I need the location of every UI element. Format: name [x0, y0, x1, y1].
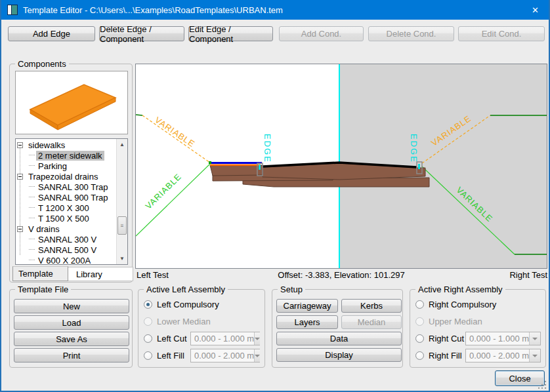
scroll-down-icon[interactable]: ▼	[117, 253, 127, 264]
offset-elevation-readout: Offset: -3.383, Elevation: 101.297	[135, 270, 547, 280]
tree-item-2-meter-sidewalk[interactable]: 2 meter sidewalk	[16, 150, 116, 161]
new-button[interactable]: New	[14, 299, 129, 313]
canvas-status-row: Left Test Offset: -3.383, Elevation: 101…	[135, 270, 547, 281]
right-test-label: Right Test	[509, 270, 547, 280]
dropdown-arrow-icon[interactable]	[529, 349, 540, 362]
load-button[interactable]: Load	[14, 315, 129, 330]
setup-title: Setup	[278, 284, 305, 294]
template-file-title: Template File	[15, 284, 71, 294]
tree-group-v-drains[interactable]: V drains	[16, 224, 116, 234]
sidewalk-surface-blue	[210, 162, 262, 164]
layers-button[interactable]: Layers	[276, 315, 338, 329]
active-right-assembly-title: Active Right Assembly	[415, 284, 505, 294]
resize-grip-icon[interactable]	[538, 381, 547, 389]
print-button[interactable]: Print	[14, 348, 129, 363]
right-edge-label: EDGE	[409, 134, 419, 163]
left-fill-range-select[interactable]: 0.000 - 2.000 m	[190, 349, 260, 363]
cross-section-canvas[interactable]: VARIABLE VARIABLE VARIABLE VARIABLE EDGE…	[135, 64, 547, 269]
window-title: Template Editor - C:\Users\...\Examples\…	[23, 5, 283, 15]
add-cond-button: Add Cond.	[279, 26, 364, 41]
delete-cond-button: Delete Cond.	[368, 26, 454, 41]
delete-edge-component-button[interactable]: Delete Edge / Component	[99, 26, 184, 41]
edit-cond-button: Edit Cond.	[458, 26, 545, 41]
active-left-assembly-panel: Active Left Assembly Left Compulsory Low…	[138, 289, 265, 368]
tree-scrollbar[interactable]: ▲ ≡ ▼	[116, 139, 127, 264]
active-right-assembly-panel: Active Right Assembly Right Compulsory U…	[410, 289, 546, 368]
setup-panel: Setup Carriageway Kerbs Layers Median Da…	[272, 289, 403, 368]
carriageway-button[interactable]: Carriageway	[276, 299, 338, 313]
dropdown-arrow-icon[interactable]	[529, 332, 540, 345]
cross-section-drawing: VARIABLE VARIABLE VARIABLE VARIABLE EDGE…	[136, 64, 547, 268]
tree-item-sanral-500-v[interactable]: SANRAL 500 V	[16, 245, 116, 255]
dropdown-arrow-icon[interactable]	[254, 349, 260, 362]
active-left-assembly-title: Active Left Assembly	[144, 284, 228, 294]
sidewalk-body	[210, 165, 263, 176]
sidewalk-slab-image	[16, 71, 127, 134]
left-cut-slope-line	[142, 115, 210, 163]
close-icon[interactable]: ✕	[520, 0, 550, 20]
radio-disabled-icon	[144, 317, 152, 326]
median-button: Median	[341, 315, 402, 329]
tree-expander-icon[interactable]	[17, 226, 23, 232]
left-cut-variable-label: VARIABLE	[153, 115, 197, 149]
left-compulsory-radio[interactable]: Left Compulsory	[144, 299, 219, 309]
upper-median-radio: Upper Median	[415, 316, 482, 326]
right-compulsory-radio[interactable]: Right Compulsory	[415, 299, 496, 309]
tree-item-v-600-x-200a[interactable]: V 600 X 200A	[16, 255, 116, 265]
left-fill-radio[interactable]: Left Fill	[144, 350, 184, 361]
tree-item-t-1500-x-500[interactable]: T 1500 X 500	[16, 213, 116, 224]
left-fill-variable-label: VARIABLE	[143, 172, 183, 211]
tree-group-trapezoidal-drains[interactable]: Trapezoidal drains	[16, 171, 116, 182]
radio-icon[interactable]	[144, 351, 152, 360]
tab-library[interactable]: Library	[68, 267, 133, 281]
template-editor-window: Template Editor - C:\Users\...\Examples\…	[0, 0, 550, 392]
sidewalk-surface-orange	[210, 165, 261, 167]
scrollbar-thumb[interactable]: ≡	[117, 216, 127, 235]
save-as-button[interactable]: Save As	[14, 332, 129, 346]
left-edge-marker	[259, 165, 261, 170]
close-button[interactable]: Close	[495, 370, 545, 386]
dropdown-arrow-icon[interactable]	[254, 332, 260, 345]
tree-group-sidewalks[interactable]: sidewalks	[16, 140, 116, 150]
radio-selected-icon[interactable]	[144, 300, 152, 309]
left-edge-node	[209, 161, 211, 164]
right-fill-radio[interactable]: Right Fill	[415, 350, 462, 361]
tree-item-sanral-900-trap[interactable]: SANRAL 900 Trap	[16, 192, 116, 203]
component-preview	[15, 71, 128, 134]
add-edge-button[interactable]: Add Edge	[8, 26, 95, 41]
data-button[interactable]: Data	[276, 332, 402, 345]
components-panel-title: Components	[15, 59, 69, 69]
components-panel: Components sidewalks 2 meter sidewalk Pa…	[9, 64, 133, 283]
radio-disabled-icon	[415, 317, 424, 326]
right-edge-marker	[418, 164, 420, 169]
tree-expander-icon[interactable]	[17, 142, 23, 148]
right-cut-radio[interactable]: Right Cut	[415, 333, 464, 343]
right-fill-range-select[interactable]: 0.000 - 2.000 m	[465, 349, 541, 363]
tree-item-parking[interactable]: Parking	[16, 161, 116, 171]
right-cut-range-select[interactable]: 0.000 - 1.000 m	[465, 332, 541, 345]
tree-item-sanral-300-trap[interactable]: SANRAL 300 Trap	[16, 182, 116, 192]
scroll-up-icon[interactable]: ▲	[117, 139, 127, 150]
radio-icon[interactable]	[415, 300, 424, 309]
tree-item-t-1200-x-300[interactable]: T 1200 X 300	[16, 203, 116, 213]
left-cut-radio[interactable]: Left Cut	[144, 333, 187, 343]
edit-edge-component-button[interactable]: Edit Edge / Component	[188, 26, 273, 41]
radio-icon[interactable]	[415, 351, 424, 360]
left-edge-label: EDGE	[263, 134, 272, 163]
tree-expander-icon[interactable]	[17, 174, 23, 180]
tab-template[interactable]: Template	[12, 266, 68, 281]
app-icon	[7, 5, 18, 15]
left-cut-range-select[interactable]: 0.000 - 1.000 m	[190, 332, 260, 345]
title-bar: Template Editor - C:\Users\...\Examples\…	[0, 0, 550, 20]
lower-median-radio: Lower Median	[144, 316, 211, 326]
left-cut-limit-line	[136, 115, 142, 115]
components-tree[interactable]: sidewalks 2 meter sidewalk Parking Trape…	[15, 138, 128, 265]
template-file-panel: Template File New Load Save As Print	[9, 289, 133, 368]
radio-icon[interactable]	[415, 334, 424, 343]
kerbs-button[interactable]: Kerbs	[341, 299, 402, 313]
display-button[interactable]: Display	[276, 348, 402, 362]
tree-item-sanral-300-v[interactable]: SANRAL 300 V	[16, 234, 116, 245]
radio-icon[interactable]	[144, 334, 152, 343]
